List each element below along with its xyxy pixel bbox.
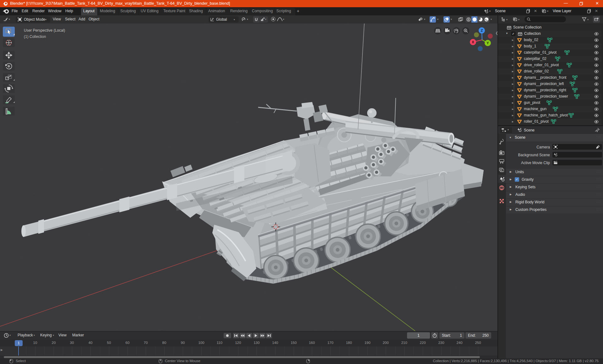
svg-text:❮: ❮	[495, 31, 497, 35]
svg-text:Y: Y	[486, 41, 489, 45]
svg-text:Z: Z	[481, 29, 483, 32]
svg-text:X: X	[472, 40, 474, 44]
